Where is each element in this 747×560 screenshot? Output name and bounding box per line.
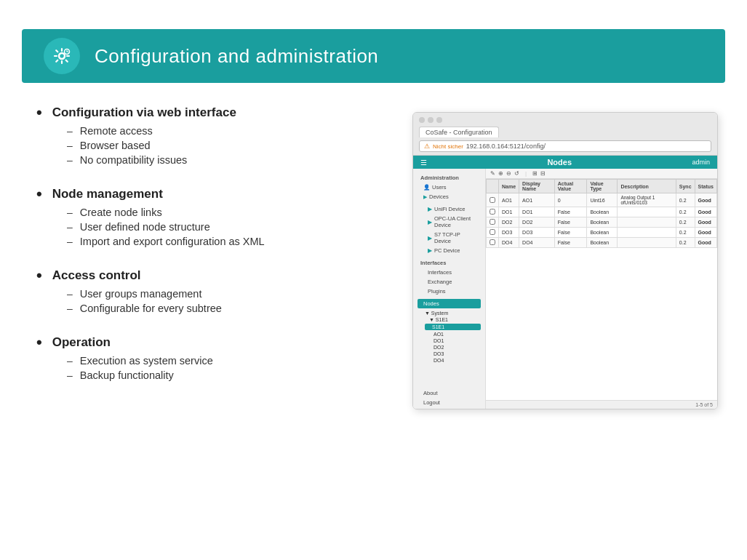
address-url: 192.168.0.164:5121/config/ bbox=[466, 143, 546, 150]
svg-point-0 bbox=[59, 53, 65, 59]
tree-node-do4[interactable]: DO4 bbox=[425, 357, 481, 364]
bullet-label-node: Node management bbox=[36, 186, 391, 202]
browser-chrome: CoSafe - Configuration ⚠ Nicht sicher 19… bbox=[413, 113, 717, 156]
cell-display-3: DO2 bbox=[519, 217, 555, 228]
unifi-icon: ▶ bbox=[428, 206, 432, 212]
header-title: Configuration and administration bbox=[95, 45, 378, 68]
toolbar-icon-1[interactable]: ✎ bbox=[490, 170, 495, 177]
cell-sync-4: 0.2 bbox=[676, 228, 695, 238]
sidebar-logout[interactable]: Logout bbox=[418, 398, 481, 407]
sidebar-item-devices[interactable]: ▶ Devices bbox=[418, 192, 481, 201]
cell-check-4[interactable] bbox=[487, 228, 499, 238]
sidebar-item-exchange[interactable]: Exchange bbox=[418, 277, 481, 287]
col-header-name[interactable]: Name bbox=[499, 180, 519, 193]
cell-value-5: False bbox=[554, 238, 587, 248]
devices-arrow: ▶ bbox=[423, 194, 427, 200]
bullet-label-config: Configuration via web interface bbox=[36, 105, 391, 121]
cell-name-1: AO1 bbox=[499, 193, 519, 207]
tree-node-do3[interactable]: DO3 bbox=[425, 351, 481, 357]
cell-status-1: Good bbox=[695, 193, 716, 207]
sidebar-item-plugins[interactable]: Plugins bbox=[418, 287, 481, 296]
sub-bullets-node: Create node links User defined node stru… bbox=[36, 207, 391, 247]
sub-bullet-backup: Backup functionality bbox=[67, 369, 391, 381]
sub-bullet-remote-access: Remote access bbox=[67, 125, 391, 137]
sidebar-section-nodes: Nodes ▼ System ▼ S1E1 S1E1 AO1 DO1 DO2 D… bbox=[413, 297, 485, 365]
toolbar-separator: | bbox=[525, 170, 527, 177]
sub-bullet-import-export: Import and export configuration as XML bbox=[67, 236, 391, 247]
cell-name-3: DO2 bbox=[499, 217, 519, 228]
lock-icon: ⚠ bbox=[424, 143, 430, 150]
col-header-description[interactable]: Description bbox=[618, 180, 676, 193]
app-header-title: Nodes bbox=[547, 158, 572, 167]
toolbar-icon-3[interactable]: ⊖ bbox=[506, 170, 511, 177]
toolbar-icon-6[interactable]: ⊟ bbox=[540, 170, 546, 177]
col-header-display-name[interactable]: Display Name bbox=[519, 180, 555, 193]
browser-dot-2 bbox=[428, 117, 434, 123]
sub-bullet-configurable-subtree: Configurable for every subtree bbox=[67, 303, 391, 314]
cell-desc-5 bbox=[618, 238, 676, 248]
sub-bullet-browser-based: Browser based bbox=[67, 140, 391, 151]
sidebar-section-admin: Administration 👤 Users ▶ Devices bbox=[413, 172, 485, 203]
browser-dot-3 bbox=[436, 117, 442, 123]
toolbar-icon-2[interactable]: ⊕ bbox=[498, 170, 503, 177]
col-header-value-type[interactable]: Value Type bbox=[587, 180, 618, 193]
browser-dot-1 bbox=[419, 117, 425, 123]
cell-check-3[interactable] bbox=[487, 217, 499, 228]
tree-node-s1[interactable]: ▼ S1E1 bbox=[425, 316, 481, 323]
app-main-panel: ✎ ⊕ ⊖ ↺ | ⊞ ⊟ bbox=[486, 169, 717, 409]
cell-desc-1: Analog Output 1 ofUnits/0103 bbox=[618, 193, 676, 207]
sidebar-item-interfaces[interactable]: Interfaces bbox=[418, 268, 481, 277]
browser-tab[interactable]: CoSafe - Configuration bbox=[419, 127, 499, 137]
sidebar-item-opcua[interactable]: ▶ OPC-UA Client Device bbox=[418, 214, 481, 230]
cell-type-3: Boolean bbox=[587, 217, 618, 228]
app-content: Administration 👤 Users ▶ Devices ▶ UniFi… bbox=[413, 169, 717, 409]
sub-bullet-no-compat: No compatibility issues bbox=[67, 154, 391, 166]
toolbar-icon-4[interactable]: ↺ bbox=[514, 170, 519, 177]
app-header-bar: ☰ Nodes admin bbox=[413, 156, 717, 169]
cell-status-4: Good bbox=[695, 228, 716, 238]
tree-node-do2[interactable]: DO2 bbox=[425, 344, 481, 351]
sub-bullets-operation: Execution as system service Backup funct… bbox=[36, 355, 391, 381]
tree-node-do1[interactable]: DO1 bbox=[425, 337, 481, 344]
sidebar-section-devices: ▶ UniFi Device ▶ OPC-UA Client Device ▶ … bbox=[413, 203, 485, 257]
cell-check-1[interactable] bbox=[487, 193, 499, 207]
cell-desc-2 bbox=[618, 207, 676, 217]
app-header-user: admin bbox=[692, 159, 710, 166]
cell-status-3: Good bbox=[695, 217, 716, 228]
cell-check-2[interactable] bbox=[487, 207, 499, 217]
cell-type-5: Boolean bbox=[587, 238, 618, 248]
cell-name-5: DO4 bbox=[499, 238, 519, 248]
app-hamburger[interactable]: ☰ bbox=[420, 159, 427, 167]
tree-node-system[interactable]: ▼ System bbox=[425, 310, 481, 316]
table-container: Name Display Name Actual Value Value Typ… bbox=[486, 179, 717, 400]
tree-node-s1e1-selected[interactable]: S1E1 bbox=[425, 324, 481, 330]
cell-name-4: DO3 bbox=[499, 228, 519, 238]
sidebar-about[interactable]: About bbox=[418, 388, 481, 398]
pc-icon: ▶ bbox=[428, 247, 432, 254]
cell-type-4: Boolean bbox=[587, 228, 618, 238]
toolbar-icon-5[interactable]: ⊞ bbox=[532, 170, 538, 177]
sidebar-item-unifi[interactable]: ▶ UniFi Device bbox=[418, 204, 481, 214]
app-toolbar: ✎ ⊕ ⊖ ↺ | ⊞ ⊟ bbox=[486, 169, 717, 179]
sub-bullet-system-service: Execution as system service bbox=[67, 355, 391, 367]
cell-value-1: 0 bbox=[554, 193, 587, 207]
gear-cog-icon bbox=[52, 46, 72, 66]
sidebar-footer: About Logout bbox=[413, 387, 485, 409]
cell-status-5: Good bbox=[695, 238, 716, 248]
col-header-sync[interactable]: Sync bbox=[676, 180, 695, 193]
col-header-actual-value[interactable]: Actual Value bbox=[554, 180, 587, 193]
tree-node-ao1[interactable]: AO1 bbox=[425, 331, 481, 337]
sidebar-item-nodes[interactable]: Nodes bbox=[418, 299, 481, 308]
sub-bullets-access: User groups management Configurable for … bbox=[36, 288, 391, 314]
col-header-status[interactable]: Status bbox=[695, 180, 716, 193]
sidebar-item-users[interactable]: 👤 Users bbox=[418, 183, 481, 192]
table-row: DO4 DO4 False Boolean 0.2 Good bbox=[487, 238, 717, 248]
cell-check-5[interactable] bbox=[487, 238, 499, 248]
app-statusbar: 1-5 of 5 bbox=[486, 400, 717, 409]
sub-bullets-config: Remote access Browser based No compatibi… bbox=[36, 125, 391, 166]
content-area: Configuration via web interface Remote a… bbox=[0, 83, 747, 424]
table-row: DO3 DO3 False Boolean 0.2 Good bbox=[487, 228, 717, 238]
sidebar-item-pc[interactable]: ▶ PC Device bbox=[418, 246, 481, 255]
pagination-info: 1-5 of 5 bbox=[695, 402, 713, 407]
sidebar-item-s7tcp[interactable]: ▶ S7 TCP-IP Device bbox=[418, 230, 481, 246]
